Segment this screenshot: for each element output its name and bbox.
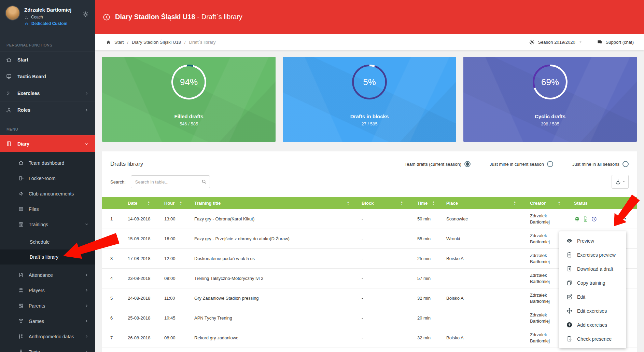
sidebar-item-diary[interactable]: Diary xyxy=(0,135,95,152)
page-title-suffix: - Draft`s library xyxy=(197,13,242,21)
sidebar-item-label: Roles xyxy=(17,107,30,113)
sidebar-item-label: Tactic Board xyxy=(17,74,46,79)
season-selector[interactable]: Season 2019/2020 xyxy=(529,39,582,45)
support-chat-button[interactable]: Support (chat) xyxy=(597,39,634,45)
chevron-down-icon xyxy=(622,180,626,184)
table-row[interactable]: 114-08-201813:00Fazy gry - Obrona(Karol … xyxy=(102,209,637,229)
sort-icon[interactable]: ▲▼ xyxy=(401,201,403,205)
cell-time: 32 min xyxy=(417,295,446,301)
cell-num: 4 xyxy=(102,275,128,282)
table-row[interactable]: 317-08-201812:00Doskonalenie podań w uk … xyxy=(102,249,637,269)
menu-item-copy-training[interactable]: Copy training xyxy=(559,276,626,290)
profile-settings-icon[interactable] xyxy=(82,11,89,17)
menu-item-preview[interactable]: Preview xyxy=(559,234,626,248)
card-label: Filled drafts xyxy=(174,113,203,119)
column-header-time[interactable]: Time▲▼ xyxy=(417,197,446,209)
menu-item-label: Copy training xyxy=(577,280,605,286)
cell-num: 6 xyxy=(102,315,128,321)
search-input[interactable] xyxy=(131,175,210,188)
radio-icon[interactable] xyxy=(622,161,629,167)
filter-team-drafts-current-season[interactable]: Team drafts (current season) xyxy=(405,161,471,167)
cell-block: - xyxy=(362,216,417,222)
filter-label: Team drafts (current season) xyxy=(405,162,461,167)
table-row[interactable]: 625-08-201810:45APN Tychy Trening-20 min… xyxy=(102,308,637,328)
breadcrumb-bar: Start/Diary Stadion Śląski U18/Draft`s l… xyxy=(95,34,644,50)
cell-num: 2 xyxy=(102,236,128,242)
sidebar-item-attendance[interactable]: Attendance xyxy=(0,267,95,283)
sidebar-item-club-announcements[interactable]: Club announcements xyxy=(0,186,95,201)
sort-icon[interactable]: ▲▼ xyxy=(347,201,349,205)
column-header-date[interactable]: Date▲▼ xyxy=(128,197,164,209)
cell-title: Rekord gry zadaniowe xyxy=(194,335,362,341)
sidebar-item-label: Players xyxy=(29,288,45,293)
radio-icon[interactable] xyxy=(464,161,471,167)
menu-item-edit-exercises[interactable]: Edit exercises xyxy=(559,304,626,318)
export-button[interactable] xyxy=(612,175,629,189)
sidebar-item-label: Exercises xyxy=(17,91,40,96)
menu-item-exercises-preview[interactable]: Exercises preview xyxy=(559,248,626,262)
menu-item-add-exercises[interactable]: Add exercises xyxy=(559,318,626,332)
sidebar-item-players[interactable]: Players xyxy=(0,283,95,298)
drafts-library-panel: Drafts library Team drafts (current seas… xyxy=(102,151,637,352)
sidebar-item-locker-room[interactable]: Locker-room xyxy=(0,171,95,186)
menu-item-edit[interactable]: Edit xyxy=(559,290,626,304)
sidebar-item-schedule[interactable]: Schedule xyxy=(0,234,95,249)
sidebar-item-roles[interactable]: Roles xyxy=(0,101,95,118)
breadcrumb-item[interactable]: Draft`s library xyxy=(189,40,216,45)
column-header-block[interactable]: Block▲▼ xyxy=(362,197,417,209)
sidebar-item-start[interactable]: Start xyxy=(0,51,95,68)
sort-icon[interactable]: ▲▼ xyxy=(432,201,435,205)
sidebar-item-label: Anthropometric datas xyxy=(29,334,74,339)
drafts-table: Date▲▼Hour▲▼Training title▲▼Block▲▼Time▲… xyxy=(102,197,637,348)
sidebar: Zdrzałek Bartłomiej Coach Dedicated Cust… xyxy=(0,0,95,352)
sidebar-item-draft-s-library[interactable]: Draft`s library xyxy=(0,249,95,265)
table-row[interactable]: 423-08-201808:00Trening Taktyczno-Motory… xyxy=(102,269,637,288)
sidebar-item-trainings[interactable]: Trainings xyxy=(0,217,95,232)
cell-block: - xyxy=(362,295,417,301)
row-actions-menu-button[interactable]: ▾ xyxy=(617,216,626,222)
sidebar-item-label: Tests xyxy=(29,349,40,352)
column-header-creator[interactable]: Creator▲▼ xyxy=(521,197,566,209)
filter-just-mine-in-all-seasons[interactable]: Just mine in all seasons xyxy=(572,161,629,167)
menu-item-check-presence[interactable]: Check presence xyxy=(559,332,626,346)
user-name: Zdrzałek Bartłomiej xyxy=(24,7,71,13)
card-counts: 27 / 585 xyxy=(362,121,378,126)
user-profile[interactable]: Zdrzałek Bartłomiej Coach Dedicated Cust… xyxy=(0,0,95,34)
sidebar-item-parents[interactable]: Parents xyxy=(0,298,95,313)
sidebar-item-exercises[interactable]: Exercises xyxy=(0,85,95,101)
sidebar-item-games[interactable]: Games xyxy=(0,313,95,329)
sidebar-item-anthropometric-datas[interactable]: Anthropometric datas xyxy=(0,329,95,344)
sidebar-item-files[interactable]: Files xyxy=(0,201,95,217)
column-header-title[interactable]: Training title▲▼ xyxy=(194,197,362,209)
column-header-place[interactable]: Place▲▼ xyxy=(446,197,521,209)
table-row[interactable]: 726-08-201808:00Rekord gry zadaniowe-32 … xyxy=(102,328,637,348)
cell-hour: 13:00 xyxy=(164,216,194,222)
cell-time: 20 min xyxy=(417,315,446,321)
sort-icon[interactable]: ▲▼ xyxy=(180,201,182,205)
cell-date: 25-08-2018 xyxy=(128,315,164,321)
menu-item-download-a-draft[interactable]: Download a draft xyxy=(559,262,626,276)
breadcrumb-item[interactable]: Diary Stadion Śląski U18 xyxy=(132,40,181,45)
column-header-hour[interactable]: Hour▲▼ xyxy=(164,197,194,209)
cell-num: 5 xyxy=(102,295,128,301)
stat-cards: 94%Filled drafts546 / 5855%Drafts in blo… xyxy=(102,57,637,142)
board-icon xyxy=(6,73,12,80)
table-row[interactable]: 215-08-201816:00Fazy gry - Przejście z o… xyxy=(102,229,637,249)
radio-icon[interactable] xyxy=(547,161,553,167)
sort-icon[interactable]: ▲▼ xyxy=(514,201,516,205)
progress-percent: 5% xyxy=(352,64,387,100)
breadcrumb-item[interactable]: Start xyxy=(114,40,124,45)
sort-icon[interactable]: ▲▼ xyxy=(148,201,150,205)
cell-num: 3 xyxy=(102,256,128,262)
table-row[interactable]: 524-08-201811:00Gry Zadaniowe Stadion pr… xyxy=(102,288,637,308)
progress-ring: 94% xyxy=(171,64,207,100)
cell-block: - xyxy=(362,236,417,242)
sidebar-item-tests[interactable]: Tests xyxy=(0,344,95,352)
sidebar-item-team-dashboard[interactable]: Team dashboard xyxy=(0,155,95,171)
page-header: Diary Stadion Śląski U18- Draft`s librar… xyxy=(95,0,644,34)
sort-icon[interactable]: ▲▼ xyxy=(558,201,560,205)
user-plan[interactable]: Dedicated Custom xyxy=(24,21,71,26)
filter-just-mine-in-current-season[interactable]: Just mine in current season xyxy=(490,161,553,167)
back-icon[interactable] xyxy=(102,13,111,21)
sidebar-item-tactic-board[interactable]: Tactic Board xyxy=(0,68,95,85)
